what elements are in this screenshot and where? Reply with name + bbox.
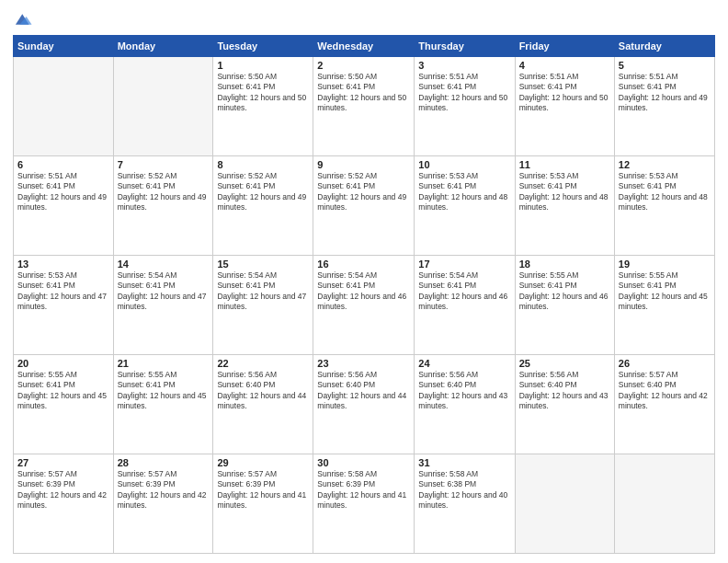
day-number: 22 (217, 358, 309, 369)
week-row-5: 27Sunrise: 5:57 AM Sunset: 6:39 PM Dayli… (14, 454, 715, 554)
page: SundayMondayTuesdayWednesdayThursdayFrid… (0, 0, 728, 563)
day-info: Sunrise: 5:52 AM Sunset: 6:41 PM Dayligh… (317, 171, 410, 213)
day-info: Sunrise: 5:51 AM Sunset: 6:41 PM Dayligh… (17, 171, 109, 213)
day-number: 23 (317, 358, 410, 369)
calendar-cell: 28Sunrise: 5:57 AM Sunset: 6:39 PM Dayli… (113, 454, 213, 554)
day-info: Sunrise: 5:53 AM Sunset: 6:41 PM Dayligh… (17, 270, 109, 313)
weekday-header-monday: Monday (113, 36, 213, 57)
weekday-header-thursday: Thursday (415, 36, 515, 57)
calendar-cell: 30Sunrise: 5:58 AM Sunset: 6:39 PM Dayli… (313, 454, 415, 554)
day-number: 5 (619, 60, 711, 71)
day-number: 11 (519, 159, 610, 170)
day-number: 16 (317, 259, 410, 270)
weekday-header-wednesday: Wednesday (313, 36, 415, 57)
day-number: 13 (17, 259, 109, 270)
day-info: Sunrise: 5:52 AM Sunset: 6:41 PM Dayligh… (118, 171, 210, 213)
calendar-cell: 10Sunrise: 5:53 AM Sunset: 6:41 PM Dayli… (415, 156, 515, 256)
day-info: Sunrise: 5:50 AM Sunset: 6:41 PM Dayligh… (317, 72, 410, 114)
day-number: 7 (118, 159, 210, 170)
calendar-cell: 8Sunrise: 5:52 AM Sunset: 6:41 PM Daylig… (213, 156, 313, 256)
week-row-4: 20Sunrise: 5:55 AM Sunset: 6:41 PM Dayli… (14, 355, 715, 454)
day-info: Sunrise: 5:51 AM Sunset: 6:41 PM Dayligh… (519, 72, 610, 114)
weekday-header-saturday: Saturday (614, 36, 714, 57)
day-number: 30 (317, 457, 410, 468)
day-number: 2 (317, 60, 410, 71)
day-info: Sunrise: 5:51 AM Sunset: 6:41 PM Dayligh… (619, 72, 711, 114)
calendar-cell: 11Sunrise: 5:53 AM Sunset: 6:41 PM Dayli… (515, 156, 614, 256)
day-number: 24 (418, 358, 510, 369)
day-number: 9 (317, 159, 410, 170)
calendar-cell: 5Sunrise: 5:51 AM Sunset: 6:41 PM Daylig… (614, 57, 714, 156)
day-info: Sunrise: 5:57 AM Sunset: 6:39 PM Dayligh… (118, 469, 210, 511)
day-info: Sunrise: 5:58 AM Sunset: 6:38 PM Dayligh… (418, 469, 510, 511)
day-number: 27 (17, 457, 109, 468)
header (13, 9, 715, 29)
day-info: Sunrise: 5:52 AM Sunset: 6:41 PM Dayligh… (217, 171, 309, 213)
calendar-cell: 20Sunrise: 5:55 AM Sunset: 6:41 PM Dayli… (14, 355, 114, 454)
day-info: Sunrise: 5:57 AM Sunset: 6:40 PM Dayligh… (619, 370, 711, 412)
day-info: Sunrise: 5:56 AM Sunset: 6:40 PM Dayligh… (418, 370, 510, 412)
calendar-cell: 12Sunrise: 5:53 AM Sunset: 6:41 PM Dayli… (614, 156, 714, 256)
calendar-cell: 1Sunrise: 5:50 AM Sunset: 6:41 PM Daylig… (213, 57, 313, 156)
calendar-cell: 29Sunrise: 5:57 AM Sunset: 6:39 PM Dayli… (213, 454, 313, 554)
day-info: Sunrise: 5:57 AM Sunset: 6:39 PM Dayligh… (17, 469, 109, 511)
day-number: 1 (217, 60, 309, 71)
calendar-cell: 24Sunrise: 5:56 AM Sunset: 6:40 PM Dayli… (415, 355, 515, 454)
day-info: Sunrise: 5:53 AM Sunset: 6:41 PM Dayligh… (519, 171, 610, 213)
day-number: 20 (17, 358, 109, 369)
calendar-table: SundayMondayTuesdayWednesdayThursdayFrid… (13, 35, 715, 554)
logo-icon (13, 9, 33, 29)
weekday-header-sunday: Sunday (14, 36, 114, 57)
day-info: Sunrise: 5:54 AM Sunset: 6:41 PM Dayligh… (418, 270, 510, 313)
calendar-cell: 22Sunrise: 5:56 AM Sunset: 6:40 PM Dayli… (213, 355, 313, 454)
day-info: Sunrise: 5:58 AM Sunset: 6:39 PM Dayligh… (317, 469, 410, 511)
day-info: Sunrise: 5:53 AM Sunset: 6:41 PM Dayligh… (619, 171, 711, 213)
calendar-cell: 13Sunrise: 5:53 AM Sunset: 6:41 PM Dayli… (14, 256, 114, 355)
calendar-cell (614, 454, 714, 554)
calendar-cell: 2Sunrise: 5:50 AM Sunset: 6:41 PM Daylig… (313, 57, 415, 156)
calendar-cell: 21Sunrise: 5:55 AM Sunset: 6:41 PM Dayli… (113, 355, 213, 454)
calendar-cell: 14Sunrise: 5:54 AM Sunset: 6:41 PM Dayli… (113, 256, 213, 355)
calendar-cell (515, 454, 614, 554)
day-info: Sunrise: 5:55 AM Sunset: 6:41 PM Dayligh… (118, 370, 210, 412)
day-info: Sunrise: 5:51 AM Sunset: 6:41 PM Dayligh… (418, 72, 510, 114)
day-number: 15 (217, 259, 309, 270)
day-number: 18 (519, 259, 610, 270)
calendar-cell: 19Sunrise: 5:55 AM Sunset: 6:41 PM Dayli… (614, 256, 714, 355)
day-info: Sunrise: 5:54 AM Sunset: 6:41 PM Dayligh… (118, 270, 210, 313)
day-number: 26 (619, 358, 711, 369)
day-info: Sunrise: 5:56 AM Sunset: 6:40 PM Dayligh… (317, 370, 410, 412)
calendar-cell: 9Sunrise: 5:52 AM Sunset: 6:41 PM Daylig… (313, 156, 415, 256)
weekday-header-friday: Friday (515, 36, 614, 57)
calendar-cell (14, 57, 114, 156)
day-info: Sunrise: 5:53 AM Sunset: 6:41 PM Dayligh… (418, 171, 510, 213)
calendar-cell: 6Sunrise: 5:51 AM Sunset: 6:41 PM Daylig… (14, 156, 114, 256)
day-number: 12 (619, 159, 711, 170)
calendar-cell: 27Sunrise: 5:57 AM Sunset: 6:39 PM Dayli… (14, 454, 114, 554)
calendar-cell: 16Sunrise: 5:54 AM Sunset: 6:41 PM Dayli… (313, 256, 415, 355)
day-info: Sunrise: 5:57 AM Sunset: 6:39 PM Dayligh… (217, 469, 309, 511)
weekday-header-row: SundayMondayTuesdayWednesdayThursdayFrid… (14, 36, 715, 57)
day-number: 4 (519, 60, 610, 71)
calendar-cell: 25Sunrise: 5:56 AM Sunset: 6:40 PM Dayli… (515, 355, 614, 454)
calendar-cell: 18Sunrise: 5:55 AM Sunset: 6:41 PM Dayli… (515, 256, 614, 355)
day-info: Sunrise: 5:54 AM Sunset: 6:41 PM Dayligh… (217, 270, 309, 313)
calendar-cell: 26Sunrise: 5:57 AM Sunset: 6:40 PM Dayli… (614, 355, 714, 454)
logo (13, 9, 33, 29)
day-info: Sunrise: 5:56 AM Sunset: 6:40 PM Dayligh… (519, 370, 610, 412)
weekday-header-tuesday: Tuesday (213, 36, 313, 57)
day-number: 17 (418, 259, 510, 270)
day-info: Sunrise: 5:56 AM Sunset: 6:40 PM Dayligh… (217, 370, 309, 412)
day-number: 10 (418, 159, 510, 170)
calendar-cell: 23Sunrise: 5:56 AM Sunset: 6:40 PM Dayli… (313, 355, 415, 454)
day-info: Sunrise: 5:50 AM Sunset: 6:41 PM Dayligh… (217, 72, 309, 114)
calendar-cell (113, 57, 213, 156)
day-info: Sunrise: 5:55 AM Sunset: 6:41 PM Dayligh… (519, 270, 610, 313)
day-number: 3 (418, 60, 510, 71)
day-number: 14 (118, 259, 210, 270)
day-info: Sunrise: 5:55 AM Sunset: 6:41 PM Dayligh… (619, 270, 711, 313)
day-number: 29 (217, 457, 309, 468)
week-row-3: 13Sunrise: 5:53 AM Sunset: 6:41 PM Dayli… (14, 256, 715, 355)
calendar-cell: 3Sunrise: 5:51 AM Sunset: 6:41 PM Daylig… (415, 57, 515, 156)
day-number: 6 (17, 159, 109, 170)
